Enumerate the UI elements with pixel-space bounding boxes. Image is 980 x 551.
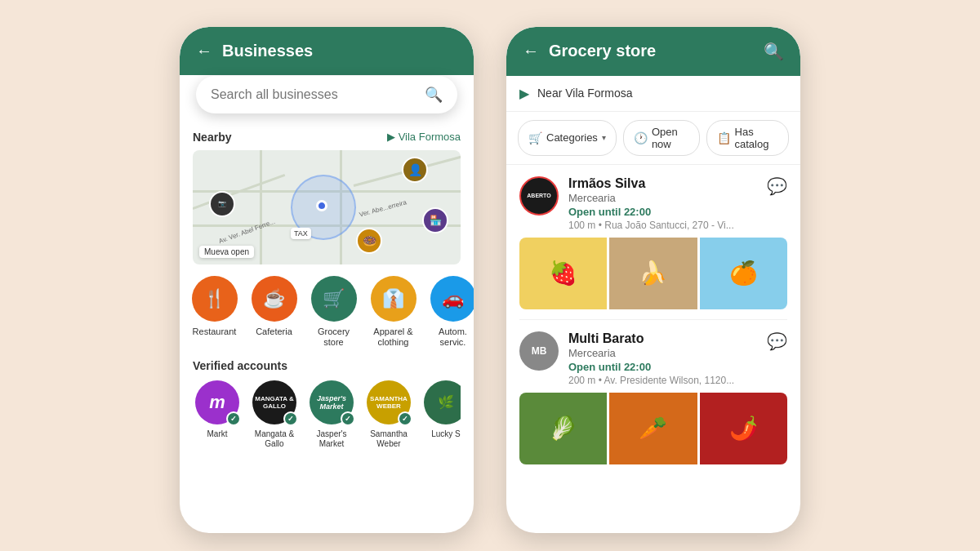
map-pin-3[interactable]: 🍩 (356, 228, 382, 254)
filter-categories[interactable]: 🛒 Categories ▾ (518, 120, 617, 156)
verified-badge-jaspers: ✓ (341, 411, 355, 426)
product-lettuce: 🥬 (519, 393, 607, 464)
business-type-multi: Mercearia (568, 347, 757, 359)
back-button[interactable]: ← (196, 42, 212, 60)
business-header-irmaos: ABERTO Irmãos Silva Mercearia Open until… (519, 176, 787, 231)
category-grocery[interactable]: 🛒 Grocery store (307, 276, 360, 348)
verified-badge-mangata: ✓ (283, 411, 298, 426)
logo-multi: MB (519, 331, 559, 371)
business-status-irmaos: Open until 22:00 (568, 206, 757, 218)
category-cafeteria[interactable]: ☕ Cafeteria (247, 276, 301, 348)
filter-has-catalog[interactable]: 📋 Has catalog (706, 120, 789, 156)
verified-label-samantha: Samantha Weber (364, 429, 413, 449)
verified-label-jaspers: Jasper's Market (307, 429, 356, 449)
location-icon: ▶ (387, 131, 395, 143)
clock-icon: 🕐 (634, 131, 648, 144)
back-button-right[interactable]: ← (523, 42, 539, 60)
right-page-title: Grocery store (549, 42, 754, 60)
business-item-multi[interactable]: MB Multi Barato Mercearia Open until 22:… (506, 320, 800, 464)
search-container: 🔍 (196, 76, 457, 113)
right-header: ← Grocery store 🔍 (506, 27, 800, 76)
location-row: ▶ Near Vila Formosa (506, 76, 800, 112)
location-text: Near Vila Formosa (537, 87, 632, 100)
user-location-dot (316, 200, 327, 211)
product-pepper: 🌶️ (700, 393, 787, 464)
has-catalog-label: Has catalog (735, 126, 778, 150)
verified-markt[interactable]: m ✓ Markt (193, 380, 242, 449)
map-pin-4[interactable]: 🏪 (422, 207, 448, 233)
info-irmaos: Irmãos Silva Mercearia Open until 22:00 … (568, 176, 757, 231)
category-auto[interactable]: 🚗 Autom. servic. (426, 276, 474, 348)
categories-filter-label: Categories (546, 131, 598, 144)
catalog-icon: 📋 (717, 131, 731, 144)
map-section: Nearby ▶ Vila Formosa (180, 124, 474, 264)
product-images-multi: 🥬 🥕 🌶️ (519, 393, 787, 464)
business-type-irmaos: Mercearia (568, 192, 757, 204)
left-body: Nearby ▶ Vila Formosa (180, 75, 474, 533)
verified-label-markt: Markt (207, 429, 228, 439)
verified-badge-markt: ✓ (226, 411, 241, 426)
phones-container: ← Businesses 🔍 Nearby ▶ Vila Formosa (180, 19, 800, 533)
product-banana: 🍌 (609, 238, 697, 309)
grocery-icon: 🛒 (311, 276, 357, 322)
business-address-multi: 200 m • Av. Presidente Wilson, 1120... (568, 375, 757, 386)
nearby-header: Nearby ▶ Vila Formosa (193, 124, 461, 144)
search-input[interactable] (211, 87, 416, 102)
business-status-multi: Open until 22:00 (568, 361, 757, 373)
business-name-irmaos: Irmãos Silva (568, 176, 757, 191)
page-title: Businesses (222, 42, 457, 60)
location-link[interactable]: ▶ Vila Formosa (387, 131, 461, 143)
verified-title: Verified accounts (193, 359, 461, 372)
category-grocery-label: Grocery store (307, 327, 360, 348)
chevron-down-icon: ▾ (602, 133, 606, 142)
map-open-tag: Mueva open (199, 246, 254, 258)
map-pin-2[interactable]: 👤 (402, 157, 428, 183)
product-images-irmaos: 🍓 🍌 🍊 (519, 238, 787, 309)
categories-row: 🍴 Restaurant ☕ Cafeteria 🛒 Grocery store… (180, 264, 474, 348)
business-name-multi: Multi Barato (568, 331, 757, 346)
left-phone: ← Businesses 🔍 Nearby ▶ Vila Formosa (180, 27, 474, 533)
verified-badge-samantha: ✓ (398, 411, 412, 426)
filter-open-now[interactable]: 🕐 Open now (623, 120, 700, 156)
verified-label-mangata: Mangata & Gallo (250, 429, 299, 449)
message-icon-multi[interactable]: 💬 (767, 331, 787, 351)
verified-label-lucky: Lucky S (431, 429, 461, 439)
left-header: ← Businesses (180, 27, 474, 75)
verified-jaspers[interactable]: Jasper's Market ✓ Jasper's Market (307, 380, 356, 449)
message-icon-irmaos[interactable]: 💬 (767, 176, 787, 196)
business-item-irmaos[interactable]: ABERTO Irmãos Silva Mercearia Open until… (506, 165, 800, 309)
info-multi: Multi Barato Mercearia Open until 22:00 … (568, 331, 757, 386)
filter-row: 🛒 Categories ▾ 🕐 Open now 📋 Has catalog (506, 112, 800, 165)
avatar-jaspers: Jasper's Market ✓ (310, 380, 354, 424)
verified-mangata[interactable]: MANGATA & GALLO ✓ Mangata & Gallo (250, 380, 299, 449)
avatar-markt: m ✓ (195, 380, 239, 424)
category-apparel[interactable]: 👔 Apparel & clothing (367, 276, 420, 348)
category-apparel-label: Apparel & clothing (367, 327, 420, 348)
search-bar[interactable]: 🔍 (196, 76, 457, 113)
right-search-icon[interactable]: 🔍 (764, 42, 784, 61)
business-list: ABERTO Irmãos Silva Mercearia Open until… (506, 165, 800, 533)
map-taxi-tag: TAX (291, 228, 311, 239)
avatar-lucky: 🌿 (424, 380, 461, 424)
map-pin-1[interactable]: 📷 (209, 191, 235, 217)
restaurant-icon: 🍴 (192, 276, 238, 322)
avatar-mangata: MANGATA & GALLO ✓ (252, 380, 296, 424)
business-address-irmaos: 100 m • Rua João Santucci, 270 - Vi... (568, 220, 757, 231)
verified-row: m ✓ Markt MANGATA & GALLO ✓ Mangata & Ga… (193, 380, 461, 449)
verified-samantha[interactable]: SAMANTHA WEBER ✓ Samantha Weber (364, 380, 413, 449)
product-orange: 🍊 (700, 238, 787, 309)
category-restaurant[interactable]: 🍴 Restaurant (188, 276, 241, 348)
right-phone: ← Grocery store 🔍 ▶ Near Vila Formosa 🛒 … (506, 27, 800, 533)
product-strawberry: 🍓 (519, 238, 607, 309)
auto-icon: 🚗 (430, 276, 474, 322)
map-view[interactable]: Av. Ver. Abel Ferre... Ver. Abe...erreir… (193, 150, 461, 264)
product-carrot: 🥕 (609, 393, 697, 464)
nearby-label: Nearby (193, 131, 231, 144)
category-restaurant-label: Restaurant (193, 327, 237, 337)
cafeteria-icon: ☕ (252, 276, 297, 322)
verified-section: Verified accounts m ✓ Markt MANGATA & GA… (180, 348, 474, 449)
verified-lucky[interactable]: 🌿 Lucky S (421, 380, 461, 449)
category-cafeteria-label: Cafeteria (256, 327, 292, 337)
apparel-icon: 👔 (371, 276, 416, 322)
search-icon: 🔍 (425, 86, 443, 104)
